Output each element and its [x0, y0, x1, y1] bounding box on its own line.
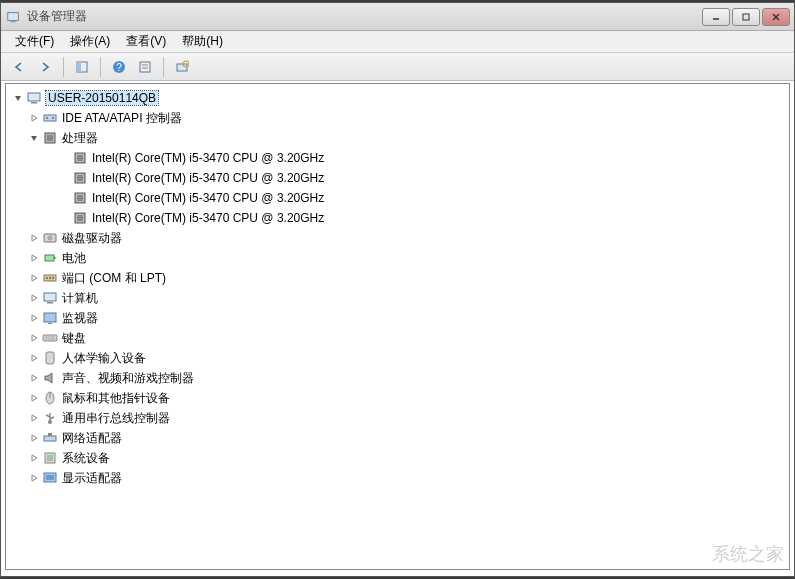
expander-closed-icon[interactable]: [28, 272, 40, 284]
toolbar-separator: [63, 57, 64, 77]
menu-view[interactable]: 查看(V): [118, 31, 174, 52]
svg-rect-10: [140, 62, 150, 72]
device-tree[interactable]: USER-20150114QBIDE ATA/ATAPI 控制器处理器Intel…: [5, 83, 790, 570]
svg-rect-27: [77, 195, 83, 201]
tree-category[interactable]: 鼠标和其他指针设备: [6, 388, 789, 408]
expander-closed-icon[interactable]: [28, 292, 40, 304]
monitor-icon: [42, 310, 58, 326]
svg-point-18: [46, 117, 48, 119]
tree-category-label: 声音、视频和游戏控制器: [62, 370, 194, 387]
tree-category[interactable]: 网络适配器: [6, 428, 789, 448]
close-button[interactable]: [762, 8, 790, 26]
expander-open-icon[interactable]: [12, 92, 24, 104]
menu-action[interactable]: 操作(A): [62, 31, 118, 52]
expander-none: [58, 152, 70, 164]
svg-rect-1: [10, 21, 15, 22]
tree-category-label: 人体学输入设备: [62, 350, 146, 367]
scan-hardware-button[interactable]: [170, 56, 194, 78]
tree-root-label: USER-20150114QB: [46, 91, 158, 105]
tree-category[interactable]: 监视器: [6, 308, 789, 328]
svg-rect-15: [28, 93, 40, 101]
tree-category[interactable]: 声音、视频和游戏控制器: [6, 368, 789, 388]
svg-text:?: ?: [116, 62, 122, 73]
expander-closed-icon[interactable]: [28, 392, 40, 404]
svg-point-35: [46, 277, 48, 279]
tree-category[interactable]: 键盘: [6, 328, 789, 348]
hid-icon: [42, 350, 58, 366]
svg-rect-33: [54, 257, 56, 259]
tree-device[interactable]: Intel(R) Core(TM) i5-3470 CPU @ 3.20GHz: [6, 208, 789, 228]
tree-category[interactable]: IDE ATA/ATAPI 控制器: [6, 108, 789, 128]
menu-help[interactable]: 帮助(H): [174, 31, 231, 52]
help-button[interactable]: ?: [107, 56, 131, 78]
tree-category[interactable]: 端口 (COM 和 LPT): [6, 268, 789, 288]
tree-category-label: 磁盘驱动器: [62, 230, 122, 247]
forward-button[interactable]: [33, 56, 57, 78]
tree-category[interactable]: 磁盘驱动器: [6, 228, 789, 248]
tree-category-label: 键盘: [62, 330, 86, 347]
toolbar-separator: [163, 57, 164, 77]
tree-device-label: Intel(R) Core(TM) i5-3470 CPU @ 3.20GHz: [92, 151, 324, 165]
sound-icon: [42, 370, 58, 386]
tree-category[interactable]: 电池: [6, 248, 789, 268]
svg-rect-21: [47, 135, 53, 141]
tree-device[interactable]: Intel(R) Core(TM) i5-3470 CPU @ 3.20GHz: [6, 168, 789, 188]
expander-closed-icon[interactable]: [28, 372, 40, 384]
system-icon: [42, 450, 58, 466]
tree-device[interactable]: Intel(R) Core(TM) i5-3470 CPU @ 3.20GHz: [6, 148, 789, 168]
svg-rect-52: [44, 436, 56, 441]
properties-button[interactable]: [133, 56, 157, 78]
expander-closed-icon[interactable]: [28, 332, 40, 344]
tree-category[interactable]: 显示适配器: [6, 468, 789, 488]
tree-category-label: 系统设备: [62, 450, 110, 467]
tree-device[interactable]: Intel(R) Core(TM) i5-3470 CPU @ 3.20GHz: [6, 188, 789, 208]
svg-rect-45: [46, 352, 54, 364]
expander-open-icon[interactable]: [28, 132, 40, 144]
keyboard-icon: [42, 330, 58, 346]
expander-none: [58, 192, 70, 204]
expander-closed-icon[interactable]: [28, 452, 40, 464]
expander-closed-icon[interactable]: [28, 352, 40, 364]
expander-closed-icon[interactable]: [28, 232, 40, 244]
tree-category[interactable]: 计算机: [6, 288, 789, 308]
expander-closed-icon[interactable]: [28, 412, 40, 424]
show-hide-console-button[interactable]: [70, 56, 94, 78]
expander-closed-icon[interactable]: [28, 252, 40, 264]
usb-icon: [42, 410, 58, 426]
tree-device-label: Intel(R) Core(TM) i5-3470 CPU @ 3.20GHz: [92, 191, 324, 205]
svg-point-31: [48, 236, 53, 241]
minimize-button[interactable]: [702, 8, 730, 26]
cpu-icon: [72, 210, 88, 226]
back-button[interactable]: [7, 56, 31, 78]
tree-category[interactable]: 系统设备: [6, 448, 789, 468]
tree-category[interactable]: 通用串行总线控制器: [6, 408, 789, 428]
computer-icon: [42, 290, 58, 306]
tree-root[interactable]: USER-20150114QB: [6, 88, 789, 108]
svg-rect-25: [77, 175, 83, 181]
titlebar[interactable]: 设备管理器: [1, 3, 794, 31]
svg-rect-38: [44, 293, 56, 301]
expander-none: [58, 212, 70, 224]
tree-category[interactable]: 处理器: [6, 128, 789, 148]
svg-rect-17: [44, 115, 56, 121]
svg-rect-32: [45, 255, 54, 261]
tree-category[interactable]: 人体学输入设备: [6, 348, 789, 368]
expander-closed-icon[interactable]: [28, 312, 40, 324]
expander-closed-icon[interactable]: [28, 432, 40, 444]
expander-closed-icon[interactable]: [28, 472, 40, 484]
menu-file[interactable]: 文件(F): [7, 31, 62, 52]
svg-rect-29: [77, 215, 83, 221]
menubar: 文件(F) 操作(A) 查看(V) 帮助(H): [1, 31, 794, 53]
battery-icon: [42, 250, 58, 266]
svg-point-36: [49, 277, 51, 279]
cpu-icon: [72, 170, 88, 186]
disk-icon: [42, 230, 58, 246]
expander-closed-icon[interactable]: [28, 112, 40, 124]
tree-category-label: IDE ATA/ATAPI 控制器: [62, 110, 182, 127]
svg-rect-57: [46, 475, 54, 480]
svg-rect-23: [77, 155, 83, 161]
device-manager-window: 设备管理器 文件(F) 操作(A) 查看(V) 帮助(H) ? USER-201…: [0, 2, 795, 577]
expander-none: [58, 172, 70, 184]
maximize-button[interactable]: [732, 8, 760, 26]
tree-category-label: 电池: [62, 250, 86, 267]
